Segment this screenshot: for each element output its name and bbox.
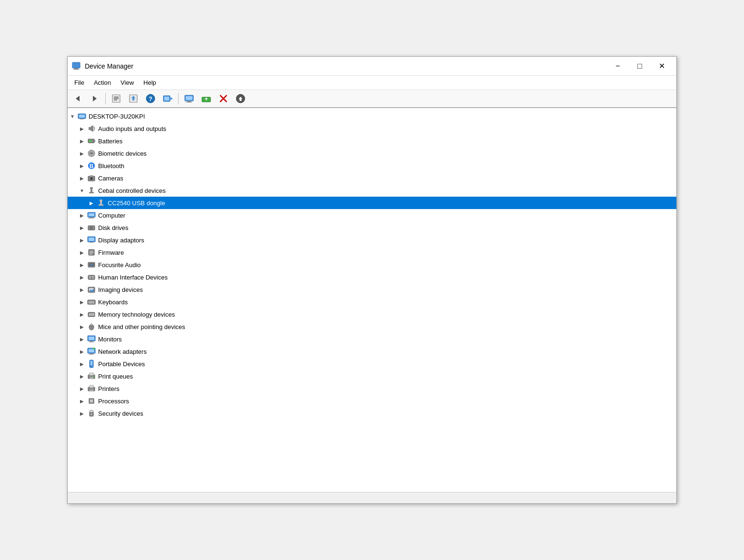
svg-rect-81 (92, 313, 93, 316)
list-item[interactable]: ▶ Printers (68, 382, 676, 395)
sep2 (178, 93, 179, 104)
svg-rect-33 (89, 140, 91, 142)
download-button[interactable] (232, 91, 249, 106)
icon-hid (87, 272, 96, 282)
svg-rect-116 (90, 403, 91, 404)
minimize-button[interactable]: − (607, 59, 629, 74)
list-item[interactable]: ▶ Firmware (68, 246, 676, 259)
list-item[interactable]: ▶ Human Interface Devices (68, 271, 676, 283)
list-item[interactable]: ▶ Monitors (68, 333, 676, 345)
list-item[interactable]: ▶ Portable Devices (68, 358, 676, 370)
root-label: DESKTOP-3U20KPI (89, 113, 145, 120)
svg-rect-28 (80, 119, 84, 120)
arrow-biometric[interactable]: ▶ (77, 147, 87, 160)
svg-marker-15 (171, 97, 173, 100)
arrow-computer[interactable]: ▶ (77, 209, 87, 221)
label-processors: Processors (98, 398, 129, 405)
arrow-audio[interactable]: ▶ (77, 122, 87, 135)
back-button[interactable] (70, 91, 86, 106)
list-item[interactable]: ▼ Cebal controlled devices (68, 184, 676, 197)
svg-rect-110 (89, 400, 90, 400)
list-item[interactable]: ▶ Keyboards (68, 296, 676, 308)
forward-button[interactable] (87, 91, 103, 106)
menu-file[interactable]: File (70, 77, 89, 88)
arrow-printers[interactable]: ▶ (77, 382, 87, 395)
arrow-cebal[interactable]: ▼ (77, 184, 87, 197)
svg-rect-59 (90, 251, 93, 252)
list-item[interactable]: ▶ Memory technology devices (68, 308, 676, 320)
list-item[interactable]: ▶ Focusrite Audio (68, 259, 676, 271)
driver-details-button[interactable]: ? (142, 91, 159, 106)
svg-text:+: + (204, 96, 208, 102)
toolbar: ? + (68, 90, 676, 108)
arrow-security[interactable]: ▶ (77, 407, 87, 420)
svg-rect-54 (93, 227, 94, 228)
arrow-memory[interactable]: ▶ (77, 308, 87, 320)
list-item[interactable]: ▶ Display adaptors (68, 234, 676, 246)
list-item[interactable]: ▶ Imaging devices (68, 283, 676, 296)
list-item[interactable]: ▶ Computer (68, 209, 676, 221)
arrow-printq[interactable]: ▶ (77, 370, 87, 382)
list-item[interactable]: ▶ Processors (68, 395, 676, 407)
root-arrow[interactable]: ▼ (68, 110, 77, 122)
arrow-batteries[interactable]: ▶ (77, 135, 87, 147)
update-driver-button[interactable] (125, 91, 141, 106)
svg-rect-17 (186, 96, 192, 100)
arrow-disk[interactable]: ▶ (77, 221, 87, 234)
arrow-focusrite[interactable]: ▶ (77, 259, 87, 271)
label-mice: Mice and other pointing devices (98, 323, 185, 330)
list-item[interactable]: ▶ CC2540 USB dongle (68, 197, 676, 209)
arrow-cameras[interactable]: ▶ (77, 172, 87, 184)
list-item[interactable]: ▶ Security devices (68, 407, 676, 420)
arrow-network[interactable]: ▶ (77, 345, 87, 358)
list-item[interactable]: ▶ Mice and other pointing devices (68, 320, 676, 333)
list-item[interactable]: ▶ Audio inputs and outputs (68, 122, 676, 135)
list-item[interactable]: ▶ Cameras (68, 172, 676, 184)
tree-root[interactable]: ▼ DESKTOP-3U20KPI (68, 110, 676, 122)
arrow-portable[interactable]: ▶ (77, 358, 87, 370)
arrow-keyboards[interactable]: ▶ (77, 296, 87, 308)
svg-rect-112 (93, 400, 94, 400)
svg-point-53 (91, 228, 92, 229)
scan-button[interactable] (160, 91, 176, 106)
maximize-button[interactable]: □ (629, 59, 651, 74)
menu-help[interactable]: Help (139, 77, 161, 88)
list-item[interactable]: ▶ Biometric devices (68, 147, 676, 160)
add-hardware-button[interactable]: + (198, 91, 214, 106)
label-cc2540: CC2540 USB dongle (108, 200, 165, 207)
arrow-hid[interactable]: ▶ (77, 271, 87, 283)
arrow-display[interactable]: ▶ (77, 234, 87, 246)
svg-rect-114 (90, 398, 91, 399)
arrow-cc2540[interactable]: ▶ (87, 197, 96, 209)
arrow-monitors[interactable]: ▶ (77, 333, 87, 345)
computer-button[interactable] (181, 91, 197, 106)
arrow-firmware[interactable]: ▶ (77, 246, 87, 259)
list-item[interactable]: ▶ Network adapters (68, 345, 676, 358)
list-item[interactable]: ▶ Batteries (68, 135, 676, 147)
svg-point-98 (91, 366, 92, 367)
svg-rect-65 (88, 275, 95, 280)
close-button[interactable]: ✕ (651, 59, 673, 74)
list-item[interactable]: ▶ B Bluetooth (68, 160, 676, 172)
list-item[interactable]: ▶ Disk drives (68, 221, 676, 234)
label-batteries: Batteries (98, 138, 122, 145)
menu-action[interactable]: Action (89, 77, 116, 88)
show-properties-button[interactable] (108, 91, 124, 106)
svg-rect-19 (186, 102, 192, 102)
icon-bluetooth: B (87, 161, 96, 170)
menu-view[interactable]: View (116, 77, 139, 88)
uninstall-button[interactable] (215, 91, 231, 106)
arrow-mice[interactable]: ▶ (77, 320, 87, 333)
arrow-imaging[interactable]: ▶ (77, 283, 87, 296)
arrow-bluetooth[interactable]: ▶ (77, 160, 87, 172)
list-item[interactable]: ▶ Print queues (68, 370, 676, 382)
device-tree[interactable]: ▼ DESKTOP-3U20KPI ▶ (68, 108, 676, 492)
label-portable: Portable Devices (98, 360, 145, 368)
svg-rect-97 (90, 361, 92, 365)
menu-bar: File Action View Help (68, 76, 676, 90)
svg-rect-44 (100, 200, 102, 201)
arrow-processors[interactable]: ▶ (77, 395, 87, 407)
svg-rect-76 (93, 301, 94, 302)
svg-rect-79 (89, 313, 90, 316)
icon-cc2540 (96, 198, 106, 208)
